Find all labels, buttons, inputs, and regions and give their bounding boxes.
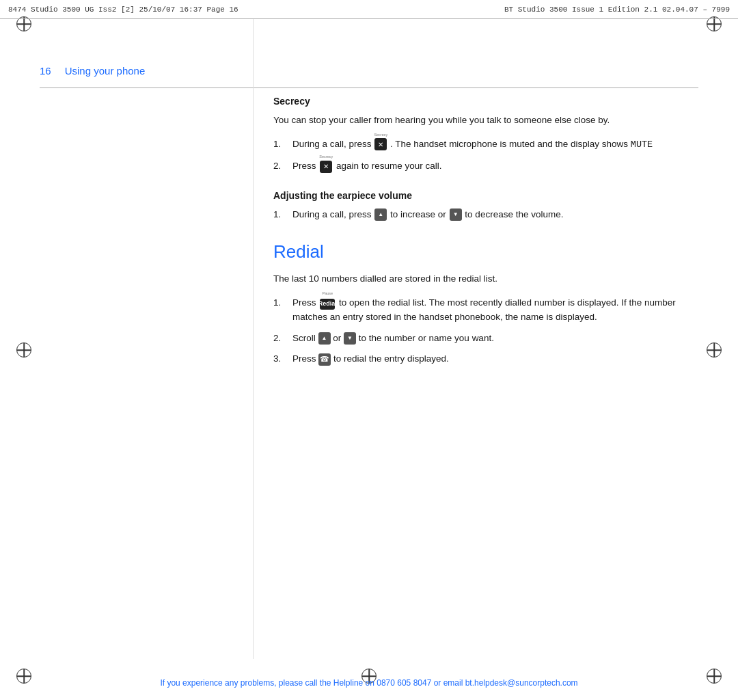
secrecy-intro: You can stop your caller from hearing yo… bbox=[273, 113, 690, 128]
volume-down-button: ▼ bbox=[450, 208, 462, 221]
header-left-text: 8474 Studio 3500 UG Iss2 [2] 25/10/07 16… bbox=[8, 5, 238, 14]
redial-step-2: 2. Scroll ▲ or ▼ to the number or name y… bbox=[273, 332, 690, 346]
footer: If you experience any problems, please c… bbox=[40, 678, 698, 688]
redial-button: Redial Pause bbox=[320, 296, 335, 310]
secrecy-steps: 1. During a call, press ✕ Secrecy . The … bbox=[273, 137, 690, 174]
redial-heading: Redial bbox=[273, 241, 690, 262]
page-header: 16 Using your phone bbox=[40, 65, 145, 77]
redial-steps: 1. Press Redial Pause to open the redial… bbox=[273, 296, 690, 367]
secrecy-heading: Secrecy bbox=[273, 96, 690, 107]
earpiece-heading: Adjusting the earpiece volume bbox=[273, 190, 690, 201]
earpiece-steps: 1. During a call, press ▲ to increase or… bbox=[273, 208, 690, 222]
scroll-down-icon: ▼ bbox=[344, 332, 356, 345]
reg-mark-bottom-left bbox=[16, 669, 31, 684]
redial-step-1: 1. Press Redial Pause to open the redial… bbox=[273, 296, 690, 325]
secrecy-step-2: 2. Press ✕ Secrecy again to resume your … bbox=[273, 159, 690, 174]
redial-intro: The last 10 numbers dialled are stored i… bbox=[273, 272, 690, 286]
header-divider bbox=[40, 88, 698, 88]
redial-step-3: 3. Press ☎ to redial the entry displayed… bbox=[273, 352, 690, 366]
reg-mark-mid-left bbox=[16, 342, 31, 358]
redial-section: Redial The last 10 numbers dialled are s… bbox=[273, 241, 690, 367]
secrecy-button-2: ✕ Secrecy bbox=[320, 159, 332, 174]
footer-text: If you experience any problems, please c… bbox=[160, 678, 577, 688]
volume-up-button: ▲ bbox=[374, 208, 387, 221]
header-right-text: BT Studio 3500 Issue 1 Edition 2.1 02.04… bbox=[504, 5, 730, 14]
content-area: Secrecy You can stop your caller from he… bbox=[273, 96, 690, 652]
call-button-icon: ☎ bbox=[318, 353, 331, 366]
section-title: Using your phone bbox=[65, 65, 146, 77]
secrecy-button-1: ✕ Secrecy bbox=[374, 137, 387, 152]
earpiece-step-1: 1. During a call, press ▲ to increase or… bbox=[273, 208, 690, 222]
reg-mark-mid-right bbox=[707, 342, 722, 358]
reg-mark-bottom-right bbox=[707, 669, 722, 684]
secrecy-section: Secrecy You can stop your caller from he… bbox=[273, 96, 690, 174]
earpiece-section: Adjusting the earpiece volume 1. During … bbox=[273, 190, 690, 222]
top-header: 8474 Studio 3500 UG Iss2 [2] 25/10/07 16… bbox=[0, 0, 738, 19]
vertical-divider bbox=[253, 19, 254, 659]
scroll-up-icon: ▲ bbox=[318, 332, 331, 345]
secrecy-step-1: 1. During a call, press ✕ Secrecy . The … bbox=[273, 137, 690, 152]
page-number: 16 bbox=[40, 65, 51, 77]
